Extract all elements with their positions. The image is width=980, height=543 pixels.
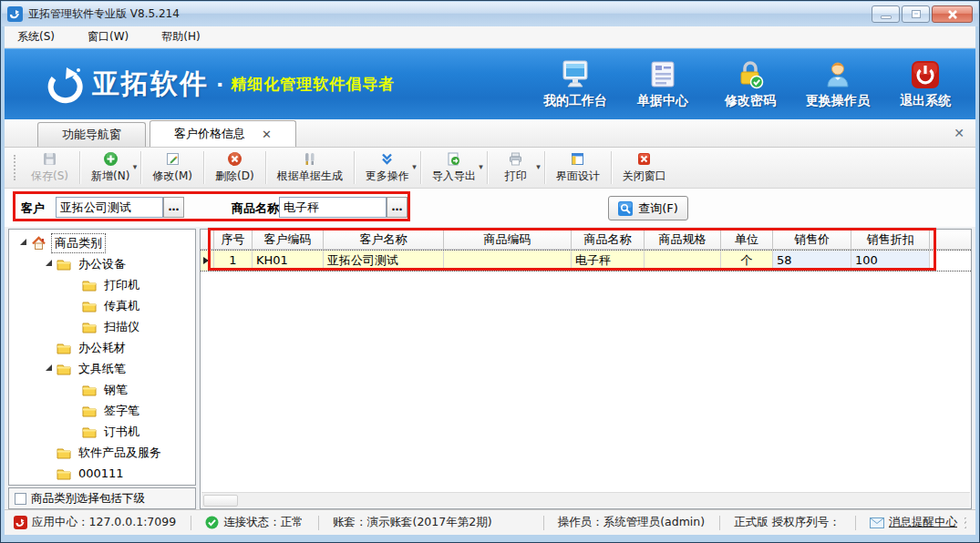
tabstrip-close-icon[interactable]: ✕ — [954, 126, 965, 140]
cell-product-spec[interactable] — [645, 251, 721, 271]
ui-design-button[interactable]: 界面设计 — [547, 148, 609, 188]
cell-product-name[interactable]: 电子秤 — [572, 251, 645, 271]
menu-system[interactable]: 系统(S) — [14, 27, 58, 46]
tree-node-root[interactable]: 商品类别 — [9, 232, 195, 253]
more-actions-button[interactable]: 更多操作 ▾ — [356, 148, 418, 188]
query-button[interactable]: 查询(F) — [608, 196, 688, 220]
table-horizontal-scrollbar[interactable] — [201, 492, 970, 507]
tree-node-printer[interactable]: 打印机 — [9, 274, 195, 295]
menu-help[interactable]: 帮助(H) — [158, 27, 203, 46]
connection-ok-icon — [205, 516, 219, 529]
column-header-seq[interactable]: 序号 — [214, 230, 253, 250]
close-button[interactable] — [932, 5, 973, 23]
print-dropdown-caret[interactable]: ▾ — [536, 162, 541, 171]
scrollbar-thumb[interactable] — [203, 495, 238, 507]
resize-grip[interactable] — [965, 517, 966, 528]
column-header-sale-discount[interactable]: 销售折扣 — [851, 230, 930, 250]
cell-customer-code[interactable]: KH01 — [253, 251, 324, 271]
customer-filter-input[interactable]: 亚拓公司测试 — [56, 197, 163, 218]
close-window-button[interactable]: 关闭窗口 — [614, 148, 676, 188]
folder-icon — [57, 363, 71, 375]
home-icon — [31, 236, 46, 251]
folder-icon — [82, 321, 97, 333]
user-icon — [823, 60, 852, 89]
tab-close-icon[interactable]: ✕ — [262, 128, 272, 141]
workbench-monitor-icon — [560, 60, 591, 89]
column-header-unit[interactable]: 单位 — [721, 230, 773, 250]
folder-icon — [82, 279, 97, 292]
folder-icon — [82, 425, 97, 438]
message-center-link[interactable]: 消息提醒中心 — [870, 515, 957, 530]
print-icon — [508, 151, 523, 167]
delete-button[interactable]: 删除(D) — [206, 148, 263, 188]
menu-window[interactable]: 窗口(W) — [84, 27, 132, 46]
product-browse-button[interactable]: … — [387, 197, 407, 218]
add-dropdown-caret[interactable]: ▾ — [133, 162, 138, 171]
import-export-icon — [446, 151, 461, 167]
expand-arrow-icon[interactable] — [46, 260, 52, 266]
add-button[interactable]: 新增(N) ▾ — [82, 148, 139, 188]
tree-node-office-equipment[interactable]: 办公设备 — [9, 253, 195, 274]
banner-action-exit-system[interactable]: 退出系统 — [888, 60, 963, 109]
column-header-product-name[interactable]: 商品名称 — [572, 230, 645, 250]
power-icon — [911, 60, 940, 89]
more-actions-dropdown-caret[interactable]: ▾ — [412, 162, 417, 171]
cell-sale-price[interactable]: 58 — [773, 251, 851, 271]
column-header-product-code[interactable]: 商品编码 — [444, 230, 572, 250]
print-button[interactable]: 打印 ▾ — [490, 148, 542, 188]
cell-customer-name[interactable]: 亚拓公司测试 — [324, 251, 444, 271]
cell-product-code[interactable] — [444, 251, 572, 271]
column-header-customer-code[interactable]: 客户编码 — [253, 230, 324, 250]
search-icon — [618, 201, 633, 216]
brand-separator: · — [216, 73, 223, 96]
modify-button[interactable]: 修改(M) — [143, 148, 201, 188]
maximize-button[interactable] — [902, 5, 930, 23]
tree-node-office-supplies[interactable]: 办公耗材 — [9, 337, 195, 358]
import-export-dropdown-caret[interactable]: ▾ — [479, 162, 483, 171]
folder-icon — [82, 405, 97, 417]
cell-sale-discount[interactable]: 100 — [851, 251, 930, 271]
row-indicator-cell — [201, 251, 214, 271]
tree-node-stationery[interactable]: 文具纸笔 — [9, 358, 195, 379]
brand-slogan: 精细化管理软件倡导者 — [231, 74, 395, 95]
tab-strip: 功能导航窗 客户价格信息 ✕ ✕ — [5, 119, 975, 147]
row-indicator-header — [201, 230, 214, 250]
folder-icon — [57, 446, 71, 459]
tree-node-signpen[interactable]: 签字笔 — [9, 400, 195, 421]
banner-action-bill-center[interactable]: 单据中心 — [625, 60, 700, 109]
expand-arrow-icon[interactable] — [46, 364, 52, 371]
tree-node-scanner[interactable]: 扫描仪 — [9, 316, 195, 337]
table-row-selected[interactable]: 1 KH01 亚拓公司测试 电子秤 个 58 100 — [201, 250, 971, 272]
tab-customer-price-info[interactable]: 客户价格信息 ✕ — [150, 120, 296, 147]
cell-unit[interactable]: 个 — [721, 251, 773, 271]
tree-node-000111[interactable]: 000111 — [9, 463, 195, 484]
tree-node-stapler[interactable]: 订书机 — [9, 421, 195, 442]
save-button[interactable]: 保存(S) — [22, 148, 77, 188]
cell-filler — [930, 251, 971, 271]
product-filter-input[interactable]: 电子秤 — [279, 197, 387, 218]
status-license: 正式版 授权序列号： — [734, 515, 840, 530]
column-header-sale-price[interactable]: 销售价 — [773, 230, 851, 250]
minimize-button[interactable] — [872, 5, 900, 23]
banner-action-change-password[interactable]: 修改密码 — [713, 60, 788, 109]
include-subcategory-label: 商品类别选择包括下级 — [31, 491, 145, 507]
more-actions-icon — [379, 151, 395, 167]
tree-node-fax[interactable]: 传真机 — [9, 295, 195, 316]
customer-browse-button[interactable]: … — [163, 197, 184, 218]
import-export-button[interactable]: 导入导出 ▾ — [423, 148, 485, 188]
generate-from-bill-button[interactable]: 根据单据生成 — [268, 148, 352, 188]
tab-function-nav[interactable]: 功能导航窗 — [37, 122, 146, 147]
main-area: 商品类别 办公设备 打印机 传真机 — [5, 227, 975, 509]
tree-node-pen[interactable]: 钢笔 — [9, 379, 195, 400]
column-header-product-spec[interactable]: 商品规格 — [645, 230, 721, 250]
banner-action-switch-operator[interactable]: 更换操作员 — [800, 60, 875, 109]
column-header-customer-name[interactable]: 客户名称 — [324, 230, 444, 250]
maximize-icon — [912, 10, 921, 18]
banner-action-workbench[interactable]: 我的工作台 — [538, 60, 613, 109]
status-connection: 连接状态：正常 — [205, 515, 304, 530]
brand-logo-icon — [41, 64, 83, 106]
tree-node-software-services[interactable]: 软件产品及服务 — [9, 442, 195, 463]
expand-arrow-icon[interactable] — [20, 239, 26, 245]
cell-seq[interactable]: 1 — [214, 251, 253, 271]
include-subcategory-checkbox[interactable] — [15, 493, 26, 505]
